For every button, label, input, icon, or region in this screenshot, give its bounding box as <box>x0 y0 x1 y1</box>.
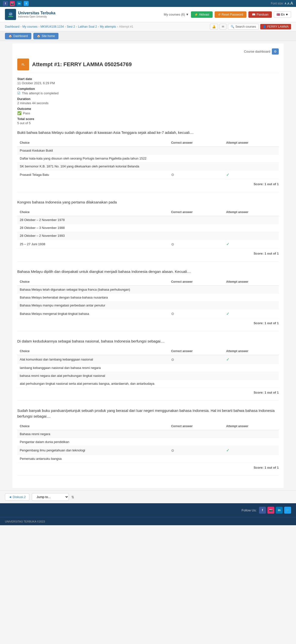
correct-mark-2-1 <box>169 224 224 232</box>
table-row: lambang kebanggaan nasional dan bahasa r… <box>17 364 279 372</box>
question-2: Kongres bahasa Indonesia yang pertama di… <box>17 200 279 262</box>
choice-text-3-2: Bahasa Melayu mampu mengatasi perbedaan … <box>17 301 169 309</box>
message-button[interactable]: ✉ <box>220 24 227 30</box>
table-row: Prasasti Kedukan Bukit <box>17 146 279 154</box>
col-choice-4: Choice <box>17 348 169 355</box>
choice-text-2-2: 28 Oktober – 2 November 1993 <box>17 232 169 240</box>
col-attempt-3: Attempt answer <box>224 278 279 286</box>
question-text-3: Bahasa Melayu dipilih dan disepakati unt… <box>17 269 279 274</box>
notification-button[interactable]: 🔔 <box>210 24 218 30</box>
footer-bottom: UNIVERSITAS TERBUKA ©2023 <box>0 517 296 525</box>
correct-mark-2-3: ⊙ <box>169 240 224 249</box>
attempt-mark-5-0 <box>224 430 279 438</box>
attempt-mark-5-1 <box>224 438 279 446</box>
choice-text-5-1: Pengantar dalam dunia pendidikan <box>17 438 169 446</box>
user-menu-button[interactable]: 👤 FERRY LAMMA <box>260 24 291 30</box>
breadcrumb-myattempts[interactable]: My attempts <box>100 25 116 28</box>
breadcrumb-latihan[interactable]: Latihan Soal 2 <box>78 25 97 28</box>
panduan-button[interactable]: 📖 Panduan <box>248 11 272 18</box>
search-courses-button[interactable]: 🔍 Search courses <box>228 24 259 30</box>
table-row: Bahasa Melayu mengenal tingkat-tingkat b… <box>17 309 279 318</box>
question-4: Di dalam kedudukannya sebagai bahasa nas… <box>17 338 279 401</box>
prev-nav-button[interactable]: ◄ Diskusi.2 <box>5 493 29 500</box>
font-size-small[interactable]: A <box>285 2 286 5</box>
score-row-3: Score: 1 out of 1 <box>17 320 279 326</box>
correct-mark-4-0: ⊙ <box>169 355 224 364</box>
dashboard-nav-label: Dashboard <box>13 34 28 38</box>
reset-password-button[interactable]: ↺ Reset Password <box>215 11 247 18</box>
twitter-icon[interactable]: 𝕣 <box>24 1 29 6</box>
col-choice-3: Choice <box>17 278 169 286</box>
footer-instagram-icon[interactable]: 📷 <box>267 507 274 514</box>
attempt-mark-4-3 <box>224 380 279 388</box>
breadcrumb-sesi[interactable]: Sesi 2 <box>67 25 75 28</box>
correct-mark-1-3: ⊙ <box>169 170 224 179</box>
outcome-value: Pass <box>23 111 30 115</box>
choice-text-1-2: SK bernomor K.B. 1871 No. 104 yang dikel… <box>17 162 169 170</box>
table-row: SK bernomor K.B. 1871 No. 104 yang dikel… <box>17 162 279 170</box>
footer-facebook-icon[interactable]: f <box>259 507 266 514</box>
attempt-title: Attempt #1: FERRY LAMMA 050254769 <box>32 61 132 68</box>
aktivasi-button[interactable]: ⚡ Aktivasi <box>191 11 213 18</box>
quick-nav: 🏠 Dashboard 🏠 Site home <box>0 31 296 41</box>
choice-text-5-0: Bahasa resmi negara <box>17 430 169 438</box>
outcome-label: Outcome <box>17 107 279 111</box>
start-date-value: 11 October 2023, 6:29 PM <box>17 81 279 85</box>
font-size-medium[interactable]: A <box>287 2 290 6</box>
attempt-mark-1-2 <box>224 162 279 170</box>
search-icon: 🔍 <box>231 25 234 28</box>
font-size-large[interactable]: A <box>290 1 293 6</box>
correct-mark-4-1 <box>169 364 224 372</box>
attempt-mark-2-0 <box>224 216 279 224</box>
attempt-mark-4-2 <box>224 372 279 380</box>
attempt-mark-4-1 <box>224 364 279 372</box>
linkedin-icon[interactable]: in <box>17 1 22 6</box>
attempt-mark-2-2 <box>224 232 279 240</box>
prev-nav-label: ◄ Diskusi.2 <box>9 495 26 499</box>
attempt-mark-3-0 <box>224 286 279 293</box>
completion-check-icon: ☑ <box>17 91 20 95</box>
total-score-value: 5 out of 5 <box>17 121 279 125</box>
site-home-button[interactable]: 🏠 Site home <box>33 33 58 39</box>
font-size-label: Font size: <box>271 2 284 5</box>
breadcrumb-course[interactable]: MKWU4108.1154 <box>40 25 64 28</box>
footer-linkedin-icon[interactable]: in <box>276 507 283 514</box>
breadcrumb-dashboard[interactable]: Dashboard <box>5 25 19 28</box>
correct-mark-3-0 <box>169 286 224 293</box>
table-row: 28 Oktober – 2 November 1993 <box>17 232 279 240</box>
header-right: My courses (6) ▼ ⚡ Aktivasi ↺ Reset Pass… <box>164 11 291 18</box>
pass-icon: ✅ <box>17 111 21 115</box>
attempt-header: FL Attempt #1: FERRY LAMMA 050254769 <box>17 58 279 73</box>
outcome-row: Outcome ✅ Pass <box>17 107 279 115</box>
correct-mark-1-2 <box>169 162 224 170</box>
breadcrumb-mycourses[interactable]: My courses <box>22 25 37 28</box>
gear-button[interactable]: ⚙ <box>272 48 279 54</box>
jump-to-select[interactable]: Jump to... Diskusi.1 Diskusi.2 Latihan S… <box>32 493 69 501</box>
question-text-2: Kongres bahasa Indonesia yang pertama di… <box>17 200 279 205</box>
start-date-label: Start date <box>17 77 279 81</box>
col-choice-1: Choice <box>17 139 169 147</box>
choice-text-1-0: Prasasti Kedukan Bukit <box>17 146 169 154</box>
question-text-1: Bukti bahwa bahasa Melayu sudah digunaka… <box>17 130 279 136</box>
breadcrumb-sep6: › <box>117 25 118 28</box>
footer-twitter-icon[interactable]: 🐦 <box>284 507 291 514</box>
choice-text-1-3: Prasasti Telaga Batu <box>17 170 169 179</box>
user-name-label: FERRY LAMMA <box>267 25 289 28</box>
attempt-mark-2-1 <box>224 224 279 232</box>
col-attempt-5: Attempt answer <box>224 422 279 430</box>
language-button[interactable]: 🇬🇧 En ▼ <box>274 11 291 18</box>
correct-answer-icon: ⊙ <box>171 242 174 246</box>
choice-text-2-0: 28 Oktober – 2 November 1978 <box>17 216 169 224</box>
breadcrumb: Dashboard › My courses › MKWU4108.1154 ›… <box>5 25 133 28</box>
sub-header-right: 🔔 ✉ 🔍 Search courses 👤 FERRY LAMMA <box>210 24 291 30</box>
my-courses-button[interactable]: My courses (6) ▼ <box>164 12 189 16</box>
facebook-icon[interactable]: f <box>3 1 8 6</box>
dashboard-nav-button[interactable]: 🏠 Dashboard <box>5 33 31 39</box>
logo-area: UT Universitas Terbuka Indonesia Open Un… <box>5 9 55 20</box>
completion-row: Completion ☑ This attempt is completed <box>17 87 279 95</box>
score-row-4: Score: 1 out of 1 <box>17 390 279 395</box>
choice-text-5-3: Pemersatu antarsuku bangsa <box>17 455 169 463</box>
completion-value: This attempt is completed <box>22 91 58 95</box>
instagram-icon[interactable]: 📷 <box>10 1 15 6</box>
aktivasi-label: Aktivasi <box>199 13 209 16</box>
